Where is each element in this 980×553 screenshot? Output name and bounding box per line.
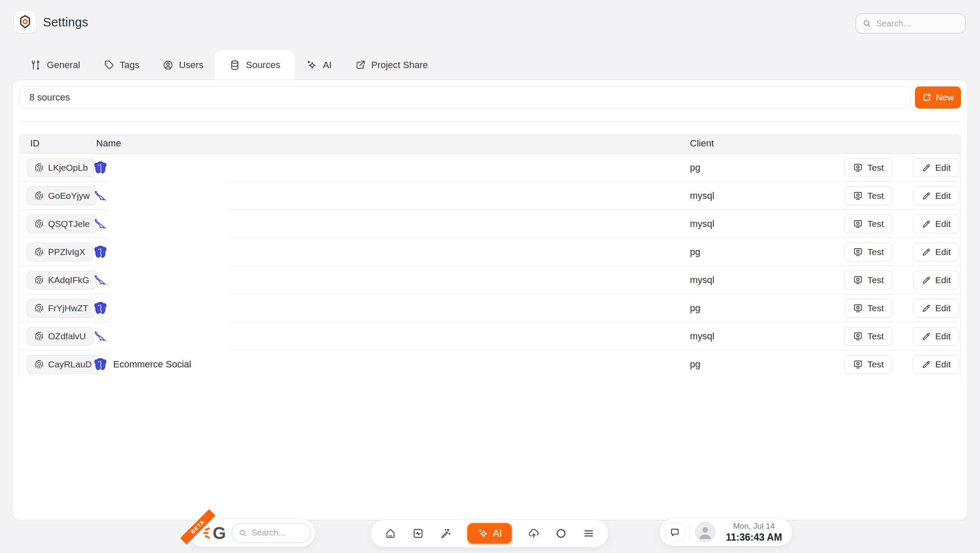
tab-tags[interactable]: Tags: [91, 50, 151, 80]
user-circle-icon: [162, 60, 174, 71]
tab-label: Users: [179, 60, 203, 71]
chat-button[interactable]: [665, 522, 684, 542]
new-source-button[interactable]: New: [915, 86, 961, 109]
source-client: mysql: [690, 275, 714, 285]
test-button-label: Test: [867, 359, 884, 370]
chat-bubble-icon: [669, 527, 680, 538]
actions-cell: Test Edit: [813, 215, 960, 233]
footer-dock: AI: [370, 519, 609, 547]
tools-icon: [30, 60, 41, 71]
test-button[interactable]: Test: [844, 158, 892, 177]
id-cell: KAdqIFkG: [20, 271, 92, 289]
edit-button[interactable]: Edit: [913, 355, 959, 374]
fingerprint-icon: [34, 163, 44, 173]
fingerprint-icon: [34, 219, 44, 229]
tab-label: Tags: [120, 60, 139, 71]
edit-button[interactable]: Edit: [913, 158, 959, 177]
edit-button[interactable]: Edit: [913, 243, 959, 261]
client-cell: mysql: [669, 331, 813, 342]
test-button[interactable]: Test: [844, 271, 892, 289]
client-cell: pg: [669, 303, 813, 314]
wand-icon[interactable]: [439, 527, 451, 539]
footer-search[interactable]: [231, 523, 311, 543]
device-test-icon: [853, 219, 863, 229]
new-button-label: New: [936, 92, 954, 103]
column-header-id: ID: [20, 138, 92, 149]
source-id: OZdfalvU: [48, 331, 86, 341]
source-client: pg: [690, 162, 700, 173]
table-body: LKjeOpLb pg: [20, 154, 960, 378]
source-id-badge: CayRLauD: [27, 355, 99, 374]
table-row: FrYjHwZT pg: [20, 294, 960, 322]
test-button[interactable]: Test: [844, 299, 892, 318]
table-row: OZdfalvU mysql: [20, 322, 960, 350]
name-cell: Ecommerce Social: [92, 357, 669, 372]
source-id-badge: PPZlvIgX: [27, 243, 93, 261]
source-id: QSQTJele: [48, 219, 90, 229]
tab-project-share[interactable]: Project Share: [343, 50, 439, 80]
cloud-upload-icon[interactable]: [528, 527, 540, 539]
test-button-label: Test: [867, 247, 884, 257]
test-button[interactable]: Test: [844, 186, 892, 205]
activity-icon[interactable]: [412, 527, 424, 539]
client-cell: mysql: [669, 275, 813, 286]
test-button[interactable]: Test: [844, 355, 892, 374]
edit-button[interactable]: Edit: [913, 271, 959, 289]
share-icon: [355, 60, 366, 71]
actions-cell: Test Edit: [813, 355, 960, 374]
edit-button-label: Edit: [935, 303, 951, 313]
test-button-label: Test: [867, 331, 884, 341]
openai-icon[interactable]: [555, 527, 567, 539]
edit-button[interactable]: Edit: [913, 299, 959, 318]
client-cell: pg: [669, 359, 813, 370]
sources-toolbar: 8 sources New: [19, 86, 961, 109]
postgres-icon: [93, 357, 108, 372]
settings-logo-icon: [17, 14, 33, 29]
client-cell: mysql: [669, 218, 813, 229]
test-button[interactable]: Test: [844, 215, 892, 233]
source-client: pg: [690, 303, 700, 313]
ai-assistant-button[interactable]: AI: [467, 523, 512, 544]
id-cell: PPZlvIgX: [20, 243, 92, 261]
actions-cell: Test Edit: [813, 158, 960, 177]
name-cell: [92, 273, 669, 287]
test-button[interactable]: Test: [844, 243, 892, 261]
tab-sources[interactable]: Sources: [215, 50, 295, 80]
main-card: 8 sources New ID Name Client: [12, 80, 968, 520]
edit-button-label: Edit: [935, 219, 951, 229]
actions-cell: Test Edit: [813, 186, 960, 205]
sparkles-icon: [306, 60, 317, 71]
home-icon[interactable]: [385, 527, 396, 539]
table-row: CayRLauD Ecommerce Social pg: [20, 350, 960, 378]
tab-label: Project Share: [371, 60, 428, 71]
edit-button[interactable]: Edit: [913, 327, 959, 346]
tab-label: AI: [323, 60, 332, 71]
footer-search-input[interactable]: [251, 528, 304, 538]
device-test-icon: [853, 191, 863, 201]
tab-ai[interactable]: AI: [295, 50, 343, 80]
tab-general[interactable]: General: [19, 50, 91, 80]
table-row: QSQTJele mysql: [20, 210, 960, 238]
pencil-icon: [921, 275, 931, 285]
edit-button[interactable]: Edit: [913, 186, 959, 205]
fingerprint-icon: [34, 247, 44, 257]
name-cell: [92, 189, 669, 203]
search-input[interactable]: [876, 19, 959, 29]
avatar[interactable]: [695, 522, 715, 542]
source-id: FrYjHwZT: [48, 303, 88, 313]
column-header-client: Client: [669, 138, 813, 149]
fingerprint-icon: [34, 303, 44, 313]
name-cell: [92, 245, 669, 259]
test-button-label: Test: [867, 219, 884, 229]
global-search[interactable]: [855, 13, 966, 34]
edit-button-label: Edit: [935, 275, 951, 285]
tab-users[interactable]: Users: [151, 50, 215, 80]
square-plus-icon: [922, 92, 932, 103]
test-button[interactable]: Test: [844, 327, 892, 346]
edit-button[interactable]: Edit: [913, 215, 959, 233]
test-button-label: Test: [867, 191, 884, 201]
fingerprint-icon: [34, 275, 44, 285]
sources-table: ID Name Client LKjeOpLb: [19, 134, 961, 378]
fingerprint-icon: [34, 331, 44, 341]
menu-icon[interactable]: [583, 527, 595, 539]
